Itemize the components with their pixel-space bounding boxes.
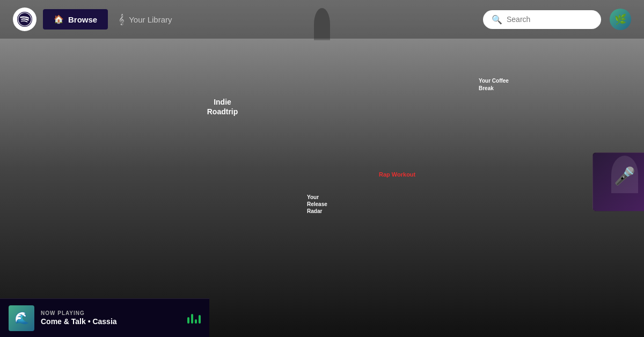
avatar[interactable]: 🌿 [610, 9, 631, 30]
pop-mic-icon: 🎤 [614, 166, 635, 186]
library-label: Your Library [129, 15, 172, 24]
browse-button[interactable]: 🏠 Browse [43, 9, 108, 30]
search-bar[interactable]: 🔍 [483, 10, 601, 29]
release-text: Your Release Radar [307, 187, 327, 222]
browse-label: Browse [68, 15, 97, 24]
eq-bar-4 [199, 315, 201, 324]
library-button[interactable]: 𝄞 Your Library [108, 9, 182, 31]
card-img-rap: Rap Workout [375, 167, 439, 226]
now-playing-bar: 🌊 NOW PLAYING Come & Talk • Cassia [0, 298, 209, 337]
equalizer-icon [187, 313, 201, 324]
library-icon: 𝄞 [119, 14, 125, 25]
roadtrip-text: Indie Roadtrip [207, 97, 238, 116]
now-playing-track: Come & Talk • Cassia [41, 317, 181, 326]
genre-pop[interactable]: 🎤 Pop [592, 152, 644, 211]
header: 🏠 Browse 𝄞 Your Library 🔍 🌿 [0, 0, 644, 39]
new-music-row2: Your Release Radar Release Radar 30 Song… [303, 167, 566, 245]
eq-bar-1 [187, 317, 189, 324]
coffee-text: Your Coffee Break [479, 77, 509, 92]
home-icon: 🏠 [54, 14, 64, 24]
spotify-logo[interactable] [13, 8, 36, 31]
card-rap[interactable]: Rap Workout Rap Workout 59 Songs [375, 167, 439, 245]
search-icon: 🔍 [492, 14, 502, 25]
now-playing-info: NOW PLAYING Come & Talk • Cassia [41, 310, 181, 326]
now-playing-label: NOW PLAYING [41, 310, 181, 316]
eq-bar-2 [191, 314, 193, 324]
rap-text: Rap Workout [379, 171, 415, 178]
now-playing-thumb: 🌊 [9, 305, 34, 331]
search-input[interactable] [507, 15, 592, 24]
main-content: Recently played The Most Beautiful Songs… [0, 39, 644, 298]
sections-wrap: Recently played The Most Beautiful Songs… [0, 39, 644, 298]
new-music-section: It's New Music Friday! Cinematic Chillou… [290, 39, 580, 298]
eq-bar-3 [195, 319, 197, 324]
